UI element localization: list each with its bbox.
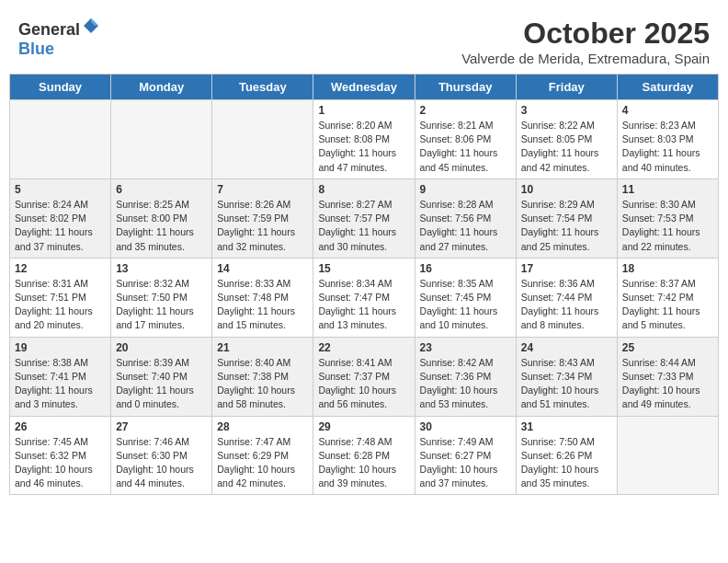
day-info: Sunrise: 8:33 AM Sunset: 7:48 PM Dayligh… bbox=[217, 277, 308, 333]
day-info: Sunrise: 8:34 AM Sunset: 7:47 PM Dayligh… bbox=[318, 277, 409, 333]
calendar-week-row: 19Sunrise: 8:38 AM Sunset: 7:41 PM Dayli… bbox=[10, 337, 719, 416]
day-number: 2 bbox=[420, 104, 511, 117]
day-info: Sunrise: 7:47 AM Sunset: 6:29 PM Dayligh… bbox=[217, 435, 308, 491]
month-title: October 2025 bbox=[461, 17, 710, 51]
day-info: Sunrise: 8:36 AM Sunset: 7:44 PM Dayligh… bbox=[521, 277, 612, 333]
day-number: 29 bbox=[318, 420, 409, 433]
calendar-cell bbox=[10, 100, 111, 179]
day-info: Sunrise: 8:24 AM Sunset: 8:02 PM Dayligh… bbox=[15, 198, 106, 254]
weekday-header-friday: Friday bbox=[516, 75, 617, 100]
day-info: Sunrise: 8:43 AM Sunset: 7:34 PM Dayligh… bbox=[521, 356, 612, 412]
calendar-cell: 27Sunrise: 7:46 AM Sunset: 6:30 PM Dayli… bbox=[111, 416, 212, 495]
logo: General Blue bbox=[18, 17, 100, 59]
day-info: Sunrise: 7:45 AM Sunset: 6:32 PM Dayligh… bbox=[15, 435, 106, 491]
calendar-week-row: 12Sunrise: 8:31 AM Sunset: 7:51 PM Dayli… bbox=[10, 258, 719, 337]
calendar-cell: 28Sunrise: 7:47 AM Sunset: 6:29 PM Dayli… bbox=[212, 416, 313, 495]
day-number: 30 bbox=[420, 420, 511, 433]
day-number: 17 bbox=[521, 262, 612, 275]
calendar-cell: 10Sunrise: 8:29 AM Sunset: 7:54 PM Dayli… bbox=[516, 178, 617, 258]
day-number: 26 bbox=[15, 420, 106, 433]
day-number: 11 bbox=[622, 183, 713, 196]
day-number: 24 bbox=[521, 341, 612, 354]
day-number: 9 bbox=[420, 183, 511, 196]
day-number: 16 bbox=[420, 262, 511, 275]
day-number: 4 bbox=[622, 104, 713, 117]
day-number: 10 bbox=[521, 183, 612, 196]
calendar-cell: 25Sunrise: 8:44 AM Sunset: 7:33 PM Dayli… bbox=[617, 337, 718, 416]
calendar-cell: 26Sunrise: 7:45 AM Sunset: 6:32 PM Dayli… bbox=[10, 416, 111, 495]
calendar-cell: 9Sunrise: 8:28 AM Sunset: 7:56 PM Daylig… bbox=[415, 178, 516, 258]
calendar-cell: 7Sunrise: 8:26 AM Sunset: 7:59 PM Daylig… bbox=[212, 178, 313, 258]
calendar-cell: 29Sunrise: 7:48 AM Sunset: 6:28 PM Dayli… bbox=[313, 416, 415, 495]
calendar-cell bbox=[111, 100, 212, 179]
day-number: 1 bbox=[318, 104, 409, 117]
day-info: Sunrise: 8:44 AM Sunset: 7:33 PM Dayligh… bbox=[622, 356, 713, 412]
day-number: 12 bbox=[15, 262, 106, 275]
calendar-cell: 23Sunrise: 8:42 AM Sunset: 7:36 PM Dayli… bbox=[415, 337, 516, 416]
day-number: 7 bbox=[217, 183, 308, 196]
calendar-cell: 4Sunrise: 8:23 AM Sunset: 8:03 PM Daylig… bbox=[617, 100, 718, 179]
day-number: 18 bbox=[622, 262, 713, 275]
location-title: Valverde de Merida, Extremadura, Spain bbox=[461, 51, 710, 66]
calendar-cell: 6Sunrise: 8:25 AM Sunset: 8:00 PM Daylig… bbox=[111, 178, 212, 258]
weekday-header-sunday: Sunday bbox=[10, 75, 111, 100]
page-header: General Blue October 2025 Valverde de Me… bbox=[9, 9, 719, 70]
calendar-cell: 19Sunrise: 8:38 AM Sunset: 7:41 PM Dayli… bbox=[10, 337, 111, 416]
calendar-cell: 16Sunrise: 8:35 AM Sunset: 7:45 PM Dayli… bbox=[415, 258, 516, 337]
day-info: Sunrise: 8:31 AM Sunset: 7:51 PM Dayligh… bbox=[15, 277, 106, 333]
logo-general: General bbox=[18, 20, 80, 39]
day-number: 3 bbox=[521, 104, 612, 117]
day-info: Sunrise: 8:22 AM Sunset: 8:05 PM Dayligh… bbox=[521, 119, 612, 175]
day-info: Sunrise: 8:42 AM Sunset: 7:36 PM Dayligh… bbox=[420, 356, 511, 412]
day-info: Sunrise: 8:23 AM Sunset: 8:03 PM Dayligh… bbox=[622, 119, 713, 175]
calendar-cell: 1Sunrise: 8:20 AM Sunset: 8:08 PM Daylig… bbox=[313, 100, 415, 179]
day-number: 22 bbox=[318, 341, 409, 354]
day-number: 19 bbox=[15, 341, 106, 354]
title-block: October 2025 Valverde de Merida, Extrema… bbox=[461, 17, 710, 66]
calendar-cell: 3Sunrise: 8:22 AM Sunset: 8:05 PM Daylig… bbox=[516, 100, 617, 179]
day-number: 28 bbox=[217, 420, 308, 433]
day-info: Sunrise: 8:39 AM Sunset: 7:40 PM Dayligh… bbox=[116, 356, 207, 412]
day-info: Sunrise: 8:27 AM Sunset: 7:57 PM Dayligh… bbox=[318, 198, 409, 254]
logo-blue: Blue bbox=[18, 40, 54, 58]
day-number: 23 bbox=[420, 341, 511, 354]
calendar-cell: 22Sunrise: 8:41 AM Sunset: 7:37 PM Dayli… bbox=[313, 337, 415, 416]
day-info: Sunrise: 8:20 AM Sunset: 8:08 PM Dayligh… bbox=[318, 119, 409, 175]
day-number: 20 bbox=[116, 341, 207, 354]
day-info: Sunrise: 8:37 AM Sunset: 7:42 PM Dayligh… bbox=[622, 277, 713, 333]
calendar-week-row: 1Sunrise: 8:20 AM Sunset: 8:08 PM Daylig… bbox=[10, 100, 719, 179]
weekday-header-monday: Monday bbox=[111, 75, 212, 100]
calendar-week-row: 26Sunrise: 7:45 AM Sunset: 6:32 PM Dayli… bbox=[10, 416, 719, 495]
day-info: Sunrise: 8:41 AM Sunset: 7:37 PM Dayligh… bbox=[318, 356, 409, 412]
calendar-cell: 30Sunrise: 7:49 AM Sunset: 6:27 PM Dayli… bbox=[415, 416, 516, 495]
day-info: Sunrise: 8:35 AM Sunset: 7:45 PM Dayligh… bbox=[420, 277, 511, 333]
day-info: Sunrise: 8:26 AM Sunset: 7:59 PM Dayligh… bbox=[217, 198, 308, 254]
calendar-cell: 24Sunrise: 8:43 AM Sunset: 7:34 PM Dayli… bbox=[516, 337, 617, 416]
day-number: 5 bbox=[15, 183, 106, 196]
day-number: 14 bbox=[217, 262, 308, 275]
day-info: Sunrise: 8:30 AM Sunset: 7:53 PM Dayligh… bbox=[622, 198, 713, 254]
calendar-cell bbox=[212, 100, 313, 179]
calendar-cell: 21Sunrise: 8:40 AM Sunset: 7:38 PM Dayli… bbox=[212, 337, 313, 416]
weekday-header-tuesday: Tuesday bbox=[212, 75, 313, 100]
calendar-cell: 8Sunrise: 8:27 AM Sunset: 7:57 PM Daylig… bbox=[313, 178, 415, 258]
day-info: Sunrise: 8:40 AM Sunset: 7:38 PM Dayligh… bbox=[217, 356, 308, 412]
day-info: Sunrise: 8:25 AM Sunset: 8:00 PM Dayligh… bbox=[116, 198, 207, 254]
day-number: 15 bbox=[318, 262, 409, 275]
day-info: Sunrise: 8:28 AM Sunset: 7:56 PM Dayligh… bbox=[420, 198, 511, 254]
weekday-header-row: SundayMondayTuesdayWednesdayThursdayFrid… bbox=[10, 75, 719, 100]
calendar-cell: 11Sunrise: 8:30 AM Sunset: 7:53 PM Dayli… bbox=[617, 178, 718, 258]
calendar-cell: 17Sunrise: 8:36 AM Sunset: 7:44 PM Dayli… bbox=[516, 258, 617, 337]
day-info: Sunrise: 8:21 AM Sunset: 8:06 PM Dayligh… bbox=[420, 119, 511, 175]
weekday-header-saturday: Saturday bbox=[617, 75, 718, 100]
calendar-week-row: 5Sunrise: 8:24 AM Sunset: 8:02 PM Daylig… bbox=[10, 178, 719, 258]
weekday-header-thursday: Thursday bbox=[415, 75, 516, 100]
calendar-cell: 5Sunrise: 8:24 AM Sunset: 8:02 PM Daylig… bbox=[10, 178, 111, 258]
day-info: Sunrise: 8:38 AM Sunset: 7:41 PM Dayligh… bbox=[15, 356, 106, 412]
day-info: Sunrise: 7:48 AM Sunset: 6:28 PM Dayligh… bbox=[318, 435, 409, 491]
day-info: Sunrise: 7:50 AM Sunset: 6:26 PM Dayligh… bbox=[521, 435, 612, 491]
calendar-cell bbox=[617, 416, 718, 495]
calendar-cell: 13Sunrise: 8:32 AM Sunset: 7:50 PM Dayli… bbox=[111, 258, 212, 337]
day-number: 27 bbox=[116, 420, 207, 433]
day-number: 6 bbox=[116, 183, 207, 196]
